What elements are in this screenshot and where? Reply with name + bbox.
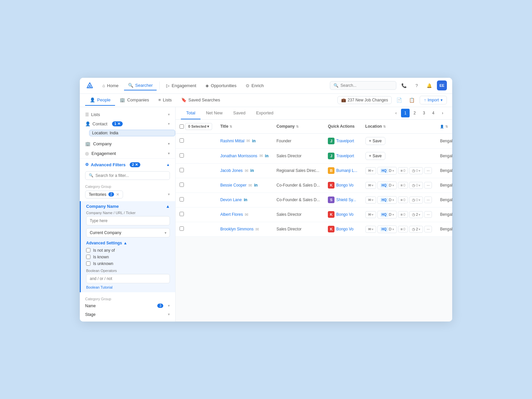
company-badge-0[interactable]: J Travelport xyxy=(328,138,357,144)
more-btn-2[interactable]: ··· xyxy=(424,167,432,174)
company-name-cell-3[interactable]: Bongo Vo xyxy=(336,183,353,188)
person-name-2[interactable]: Jacob Jones xyxy=(220,168,242,173)
save-btn-0[interactable]: +Save xyxy=(365,137,385,145)
tab-total[interactable]: Total xyxy=(181,107,200,119)
more-btn-4[interactable]: ··· xyxy=(424,197,432,203)
tab-exported[interactable]: Exported xyxy=(251,107,279,119)
company-name-cell-5[interactable]: Bongo Vo xyxy=(336,212,353,217)
phone-btn[interactable]: 📞 xyxy=(399,80,409,90)
task-action-4[interactable]: ◷ 0 ▾ xyxy=(409,197,423,203)
row-checkbox-2[interactable] xyxy=(180,168,184,172)
subnav-saved-searches[interactable]: 🔖 Saved Searches xyxy=(177,95,225,106)
phone-action-4[interactable]: HQ D ▾ xyxy=(377,196,397,204)
email-action-3[interactable]: ✉ ▾ xyxy=(365,182,376,189)
subnav-lists[interactable]: ≡ Lists xyxy=(154,95,176,106)
boolean-tutorial-link[interactable]: Boolean Tutorial xyxy=(86,285,113,289)
seq-action-5[interactable]: ≡ 0 xyxy=(398,211,408,218)
company-badge-2[interactable]: B Bumanji L... xyxy=(328,167,357,174)
email-icon-3[interactable]: ✉ xyxy=(248,183,252,188)
nav-enrich[interactable]: ⊙ Enrich xyxy=(242,81,268,90)
task-action-2[interactable]: ◷ 0 ▾ xyxy=(409,167,423,174)
task-action-5[interactable]: ◷ 2 ▾ xyxy=(409,211,423,218)
email-icon-0[interactable]: ✉ xyxy=(246,138,250,143)
company-name-cell-6[interactable]: Bongo Vo xyxy=(336,227,353,231)
phone-action-6[interactable]: HQ D ▾ xyxy=(377,225,397,233)
subnav-companies[interactable]: 🏢 Companies xyxy=(115,95,154,106)
sidebar-company[interactable]: 🏢 Company ▾ xyxy=(80,139,175,149)
linkedin-icon-2[interactable]: in xyxy=(250,168,254,173)
doc2-icon-btn[interactable]: 📋 xyxy=(407,95,417,105)
company-badge-3[interactable]: K Bongo Vo xyxy=(328,182,357,189)
more-btn-3[interactable]: ··· xyxy=(424,182,432,189)
company-name-cell-0[interactable]: Travelport xyxy=(336,139,354,143)
is-unknown-checkbox[interactable] xyxy=(86,261,90,266)
email-icon-2[interactable]: ✉ xyxy=(245,168,248,173)
adv-filters-badge-x[interactable]: ✕ xyxy=(135,163,138,167)
contact-badge-x[interactable]: ✕ xyxy=(117,122,120,126)
phone-action-2[interactable]: HQ D ▾ xyxy=(377,167,397,175)
help-btn[interactable]: ? xyxy=(412,80,422,90)
person-name-6[interactable]: Brooklyn Simmons xyxy=(220,227,253,231)
email-action-6[interactable]: ✉ ▾ xyxy=(365,226,376,233)
boolean-input[interactable] xyxy=(86,274,170,283)
row-checkbox-3[interactable] xyxy=(180,183,184,187)
page-4[interactable]: 4 xyxy=(429,109,438,117)
page-next[interactable]: › xyxy=(438,109,447,117)
phone-action-3[interactable]: HQ D ▾ xyxy=(377,182,397,189)
bell-btn[interactable]: 🔔 xyxy=(424,80,434,90)
company-name-cell-2[interactable]: Bumanji L... xyxy=(336,168,357,173)
email-action-5[interactable]: ✉ ▾ xyxy=(365,211,376,218)
person-name-5[interactable]: Albert Flores xyxy=(220,212,243,217)
stage-row[interactable]: Stage ▾ xyxy=(80,310,175,319)
row-checkbox-1[interactable] xyxy=(180,153,184,158)
nav-engagement[interactable]: ▷ Engagement xyxy=(162,81,200,90)
linkedin-icon-0[interactable]: in xyxy=(252,139,256,143)
nav-opportunities[interactable]: ◈ Opportunities xyxy=(201,81,240,90)
more-btn-5[interactable]: ··· xyxy=(424,211,432,218)
row-checkbox-6[interactable] xyxy=(180,226,184,231)
person-name-3[interactable]: Bessie Cooper xyxy=(220,183,246,188)
seq-action-2[interactable]: ≡ 0 xyxy=(398,167,408,174)
company-badge-6[interactable]: K Bongo Vo xyxy=(328,226,357,232)
linkedin-icon-4[interactable]: in xyxy=(244,198,247,202)
current-company-select[interactable]: Current Company xyxy=(86,228,170,237)
company-name-cell-1[interactable]: Travelport xyxy=(336,154,354,158)
seq-action-6[interactable]: ≡ 0 xyxy=(398,226,408,232)
is-not-any-checkbox[interactable] xyxy=(86,248,90,252)
nav-home[interactable]: ⌂ Home xyxy=(98,81,123,90)
territories-chip[interactable]: Territories 2 ✕ xyxy=(85,191,123,199)
company-name-cell-4[interactable]: Shield Sy... xyxy=(336,198,356,202)
email-action-2[interactable]: ✉ ▾ xyxy=(365,167,376,174)
job-changes-btn[interactable]: 💼 237 New Job Changes xyxy=(337,96,392,104)
nav-searcher[interactable]: 🔍 Searcher xyxy=(124,81,157,90)
doc-icon-btn[interactable]: 📄 xyxy=(394,95,404,105)
person-name-4[interactable]: Devon Lane xyxy=(220,198,242,202)
task-action-6[interactable]: ◷ 2 ▾ xyxy=(409,226,423,233)
email-action-4[interactable]: ✉ ▾ xyxy=(365,197,376,203)
user-avatar[interactable]: EE xyxy=(437,80,447,90)
seq-action-3[interactable]: ≡ 0 xyxy=(398,182,408,189)
seq-action-4[interactable]: ≡ 0 xyxy=(398,197,408,203)
task-action-3[interactable]: ◷ 0 ▾ xyxy=(409,182,423,189)
row-checkbox-5[interactable] xyxy=(180,212,184,216)
advanced-filters-row[interactable]: ⚙ Advanced Filters 2 ✕ ▲ xyxy=(80,160,175,170)
person-name-1[interactable]: Jonathan Morrissons xyxy=(220,154,257,158)
save-btn-1[interactable]: +Save xyxy=(365,152,385,160)
company-badge-1[interactable]: J Travelport xyxy=(328,153,357,159)
select-dropdown[interactable]: 0 Selected ▾ xyxy=(185,123,212,130)
email-icon-1[interactable]: ✉ xyxy=(259,153,263,158)
import-btn[interactable]: ↑ Import ▾ xyxy=(420,96,447,104)
page-2[interactable]: 2 xyxy=(410,109,419,117)
linkedin-icon-3[interactable]: in xyxy=(254,183,258,188)
global-search[interactable]: 🔍 xyxy=(330,81,396,90)
company-name-input[interactable] xyxy=(86,216,170,225)
row-checkbox-4[interactable] xyxy=(180,197,184,201)
subnav-people[interactable]: 👤 People xyxy=(85,95,115,106)
company-name-header[interactable]: Company Name ▲ xyxy=(86,204,170,209)
territories-x[interactable]: ✕ xyxy=(116,192,119,197)
company-badge-5[interactable]: K Bongo Vo xyxy=(328,211,357,218)
advanced-settings-toggle[interactable]: Advanced Settings ▲ xyxy=(86,241,170,245)
email-icon-5[interactable]: ✉ xyxy=(245,212,248,217)
filter-search-input[interactable] xyxy=(95,173,166,178)
email-icon-6[interactable]: ✉ xyxy=(255,227,259,232)
